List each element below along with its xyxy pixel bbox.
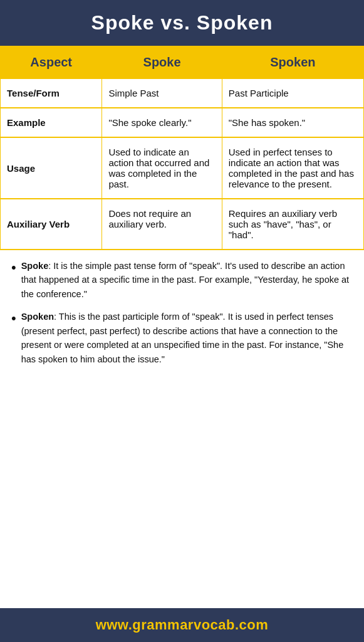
bullet-icon: • xyxy=(11,308,16,329)
list-item: • Spoken: This is the past participle fo… xyxy=(11,310,353,366)
cell-aspect-1: Example xyxy=(1,108,102,137)
cell-spoken-2: Used in perfect tenses to indicate an ac… xyxy=(222,137,363,199)
page-header: Spoke vs. Spoken xyxy=(0,0,364,46)
comparison-table-section: Aspect Spoke Spoken Tense/Form Simple Pa… xyxy=(0,46,364,250)
list-item: • Spoke: It is the simple past tense for… xyxy=(11,259,353,301)
table-row: Example "She spoke clearly." "She has sp… xyxy=(1,108,364,137)
page-footer: www.grammarvocab.com xyxy=(0,608,364,642)
table-header-row: Aspect Spoke Spoken xyxy=(1,46,364,79)
col-header-spoken: Spoken xyxy=(222,46,363,79)
note-desc-0: : It is the simple past tense form of "s… xyxy=(21,261,349,299)
cell-spoken-1: "She has spoken." xyxy=(222,108,363,137)
col-header-spoke: Spoke xyxy=(102,46,222,79)
cell-spoken-3: Requires an auxiliary verb such as "have… xyxy=(222,199,363,250)
cell-spoke-0: Simple Past xyxy=(102,79,222,108)
cell-aspect-0: Tense/Form xyxy=(1,79,102,108)
note-term-0: Spoke xyxy=(21,261,49,271)
cell-spoke-2: Used to indicate an action that occurred… xyxy=(102,137,222,199)
cell-spoke-3: Does not require an auxiliary verb. xyxy=(102,199,222,250)
footer-url: www.grammarvocab.com xyxy=(96,617,269,633)
note-term-1: Spoken xyxy=(21,312,54,322)
cell-spoken-0: Past Participle xyxy=(222,79,363,108)
bullet-icon: • xyxy=(11,257,16,278)
table-row: Auxiliary Verb Does not require an auxil… xyxy=(1,199,364,250)
notes-section: • Spoke: It is the simple past tense for… xyxy=(0,250,364,608)
page-title: Spoke vs. Spoken xyxy=(6,11,358,34)
table-row: Tense/Form Simple Past Past Participle xyxy=(1,79,364,108)
comparison-table: Aspect Spoke Spoken Tense/Form Simple Pa… xyxy=(0,46,364,250)
note-text-0: Spoke: It is the simple past tense form … xyxy=(21,259,353,301)
notes-list: • Spoke: It is the simple past tense for… xyxy=(11,259,353,366)
col-header-aspect: Aspect xyxy=(1,46,102,79)
cell-spoke-1: "She spoke clearly." xyxy=(102,108,222,137)
note-desc-1: : This is the past participle form of "s… xyxy=(21,312,344,364)
cell-aspect-2: Usage xyxy=(1,137,102,199)
cell-aspect-3: Auxiliary Verb xyxy=(1,199,102,250)
table-row: Usage Used to indicate an action that oc… xyxy=(1,137,364,199)
note-text-1: Spoken: This is the past participle form… xyxy=(21,310,353,366)
